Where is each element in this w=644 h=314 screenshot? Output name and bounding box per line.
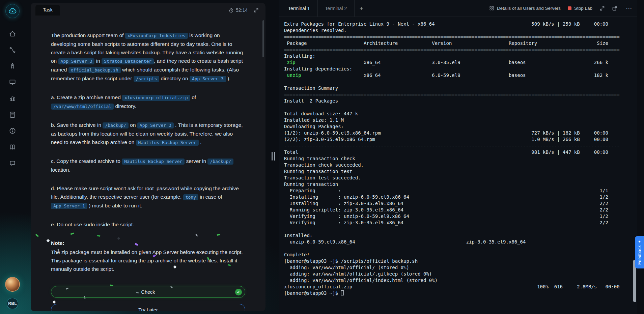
terminal-line: Running transaction check bbox=[284, 155, 631, 162]
inline-code-chip: App Server 3 bbox=[137, 122, 174, 129]
docs-icon bbox=[9, 143, 16, 151]
details-users-servers-button[interactable]: Details of all Users and Servers bbox=[489, 6, 561, 11]
task-paragraph: b. Save the archive in /backup/ on App S… bbox=[51, 121, 245, 147]
try-later-button-label: Try Later bbox=[138, 307, 158, 312]
feedback-tab[interactable]: ✦ Feedback bbox=[635, 236, 644, 268]
task-paragraph: The zip package must be installed on giv… bbox=[51, 248, 245, 273]
terminal-line: Installed size: 1.1 M bbox=[284, 117, 631, 123]
terminal-icon bbox=[9, 79, 16, 86]
stop-lab-button[interactable]: Stop Lab bbox=[568, 6, 592, 11]
terminal-panel: Terminal 1Terminal 2 + Details of all Us… bbox=[279, 0, 637, 314]
terminal-line: ========================================… bbox=[284, 47, 631, 53]
terminal-fullscreen-button[interactable] bbox=[599, 6, 605, 11]
try-later-button[interactable]: Try Later bbox=[51, 304, 245, 311]
fullscreen-icon bbox=[599, 6, 605, 11]
left-sidebar: RBL bbox=[0, 0, 25, 314]
terminal-line: ----------------------------------------… bbox=[284, 143, 631, 149]
info-icon bbox=[9, 127, 16, 135]
sidebar-item-leaderboard[interactable] bbox=[4, 90, 21, 107]
cloud-logo-icon bbox=[8, 7, 17, 16]
task-paragraph: Note: bbox=[51, 239, 245, 247]
sidebar-item-workflow[interactable] bbox=[4, 42, 21, 58]
task-paragraph: The production support team of xFusionCo… bbox=[51, 31, 245, 83]
expand-icon bbox=[254, 8, 259, 13]
rocket-icon bbox=[9, 62, 16, 70]
stopwatch-icon bbox=[229, 8, 234, 13]
task-paragraph: e. Do not use sudo inside the script. bbox=[51, 220, 245, 229]
terminal-line: (2/2): zip-3.0-35.el9.x86_64.rpm 1.0 MB/… bbox=[284, 136, 631, 143]
task-expand-button[interactable] bbox=[254, 8, 259, 13]
check-button[interactable]: Check ✓ bbox=[51, 286, 245, 298]
feedback-icon: ✦ bbox=[638, 240, 641, 244]
terminal-highlight: unzip bbox=[287, 73, 301, 78]
terminal-line bbox=[284, 245, 631, 252]
task-tab[interactable]: Task bbox=[35, 5, 60, 16]
inline-code-chip: /backup/ bbox=[207, 159, 233, 165]
terminal-tabs: Terminal 1Terminal 2 bbox=[281, 0, 355, 17]
more-options-button[interactable]: ⋯ bbox=[624, 4, 634, 12]
inline-code-chip: App Server 3 bbox=[58, 58, 95, 64]
inline-code-chip: /scripts bbox=[134, 76, 160, 82]
user-initials-badge[interactable]: RBL bbox=[7, 298, 18, 309]
task-description: The production support team of xFusionCo… bbox=[51, 31, 245, 273]
terminal-line: Transaction check succeeded. bbox=[284, 162, 631, 168]
sidebar-item-survey[interactable] bbox=[4, 107, 21, 123]
details-users-servers-label: Details of all Users and Servers bbox=[497, 6, 561, 11]
inline-code-chip: App Server 3 bbox=[190, 76, 226, 82]
terminal-header-actions: Details of all Users and Servers Stop La… bbox=[489, 4, 634, 12]
terminal-line: ========================================… bbox=[284, 91, 631, 98]
terminal-line: Package Architecture Version Repository … bbox=[284, 40, 631, 47]
terminal-line: [banner@stapp03 ~]$ /scripts/official_ba… bbox=[284, 258, 631, 264]
task-paragraph: c. Copy the created archive to Nautilus … bbox=[51, 157, 245, 174]
terminal-line: Total download size: 447 k bbox=[284, 111, 631, 117]
terminal-line bbox=[284, 79, 631, 85]
terminal-line: adding: var/www/html/official/index.html… bbox=[284, 277, 631, 284]
survey-icon bbox=[9, 111, 16, 118]
task-timer: 52:14 bbox=[229, 7, 248, 13]
stop-icon bbox=[568, 6, 571, 10]
terminal-output[interactable]: Extra Packages for Enterprise Linux 9 - … bbox=[279, 17, 632, 314]
panel-resize-handle[interactable] bbox=[272, 152, 276, 161]
terminal-tab-terminal-1[interactable]: Terminal 1 bbox=[281, 0, 318, 17]
sidebar-nav bbox=[4, 26, 21, 171]
terminal-cursor bbox=[341, 290, 344, 295]
inline-code-chip: /backup/ bbox=[103, 122, 129, 129]
feedback-label: Feedback bbox=[637, 245, 642, 265]
sidebar-item-home[interactable] bbox=[4, 26, 21, 42]
chat-icon bbox=[9, 160, 16, 167]
open-in-new-window-button[interactable] bbox=[612, 6, 617, 11]
task-paragraph: d. Please make sure script won't ask for… bbox=[51, 184, 245, 210]
external-link-icon bbox=[612, 6, 617, 11]
task-buttons: Check ✓ Try Later bbox=[51, 286, 245, 311]
task-scrollbar-thumb[interactable] bbox=[262, 20, 264, 57]
task-paragraph: a. Create a zip archive named xfusioncor… bbox=[51, 93, 245, 111]
terminal-line: (1/2): unzip-6.0-59.el9.x86_64.rpm 727 k… bbox=[284, 130, 631, 136]
sidebar-item-chat[interactable] bbox=[4, 155, 21, 171]
user-avatar[interactable] bbox=[5, 277, 20, 292]
terminal-line: unzip x86_64 6.0-59.el9 baseos 182 k bbox=[284, 72, 631, 79]
terminal-tab-terminal-2[interactable]: Terminal 2 bbox=[318, 0, 355, 17]
app-logo[interactable] bbox=[5, 4, 20, 18]
task-panel: Task 52:14 The production support team o… bbox=[31, 3, 265, 311]
sidebar-item-info[interactable] bbox=[4, 123, 21, 139]
inline-code-chip: official_backup.sh bbox=[68, 67, 121, 73]
inline-code-chip: xfusioncorp_official.zip bbox=[122, 95, 190, 101]
terminal-line: xfusioncorp_official.zip 100% 616 2.8MB/… bbox=[284, 284, 631, 290]
terminal-line: Extra Packages for Enterprise Linux 9 - … bbox=[284, 21, 631, 27]
task-content: The production support team of xFusionCo… bbox=[31, 22, 265, 311]
workflow-icon bbox=[9, 46, 16, 54]
terminal-line: unzip-6.0-59.el9.x86_64 zip-3.0-35.el9.x… bbox=[284, 239, 631, 245]
terminal-line: Installing dependencies: bbox=[284, 66, 631, 72]
sidebar-item-rocket[interactable] bbox=[4, 58, 21, 74]
terminal-line: Running scriptlet: zip-3.0-35.el9.x86_64… bbox=[284, 207, 631, 213]
terminal-line: adding: var/www/html/official/ (stored 0… bbox=[284, 264, 631, 271]
terminal-line: Installing : zip-3.0-35.el9.x86_64 2/2 bbox=[284, 200, 631, 207]
bold-text: Note: bbox=[51, 240, 64, 246]
leaderboard-icon bbox=[9, 95, 16, 102]
add-terminal-tab-button[interactable]: + bbox=[355, 5, 368, 12]
sidebar-item-docs[interactable] bbox=[4, 139, 21, 155]
terminal-line: zip x86_64 3.0-35.el9 baseos 266 k bbox=[284, 59, 631, 66]
sidebar-item-terminal[interactable] bbox=[4, 74, 21, 90]
terminal-line: ========================================… bbox=[284, 34, 631, 40]
inline-code-chip: App Server 1 bbox=[51, 203, 87, 209]
